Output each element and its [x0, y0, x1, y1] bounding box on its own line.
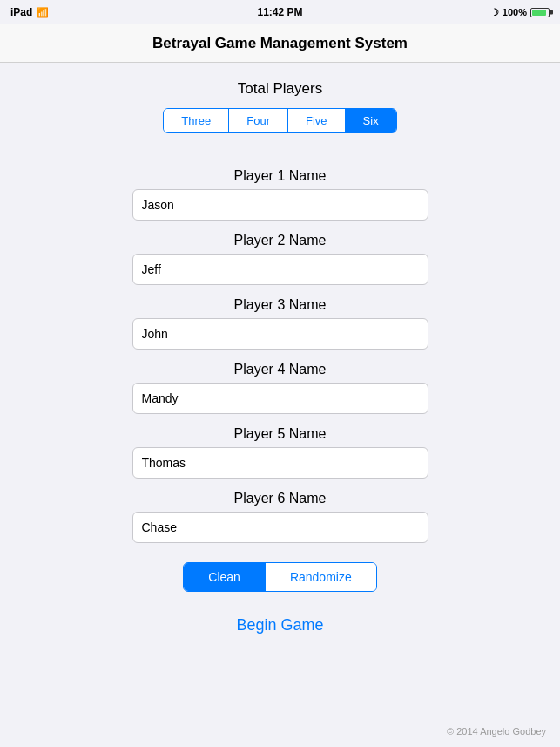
segmented-control[interactable]: Three Four Five Six: [163, 108, 396, 133]
status-right: ☽ 100%: [490, 7, 550, 18]
battery-icon: [530, 8, 550, 17]
status-time: 11:42 PM: [257, 6, 302, 18]
player-5-input[interactable]: [132, 447, 428, 479]
player-6-label: Player 6 Name: [234, 491, 327, 506]
clean-button[interactable]: Clean: [184, 563, 266, 591]
seg-option-six[interactable]: Six: [346, 109, 396, 132]
randomize-button[interactable]: Randomize: [266, 563, 376, 591]
player-5-label: Player 5 Name: [234, 426, 327, 442]
status-bar: iPad 📶 11:42 PM ☽ 100%: [0, 0, 560, 24]
player-2-label: Player 2 Name: [234, 233, 327, 248]
battery-percent: 100%: [503, 7, 527, 17]
nav-bar: Betrayal Game Management System: [0, 24, 560, 63]
player-1-input[interactable]: [132, 189, 428, 221]
total-players-label: Total Players: [238, 80, 322, 98]
wifi-icon: 📶: [37, 7, 49, 18]
player-3-input[interactable]: [132, 318, 428, 350]
action-buttons: Clean Randomize: [183, 562, 376, 592]
battery-fill: [532, 10, 546, 16]
begin-game-button[interactable]: Begin Game: [236, 616, 323, 635]
player-6-input[interactable]: [132, 512, 428, 543]
players-container: Player 1 Name Player 2 Name Player 3 Nam…: [0, 160, 560, 547]
nav-title: Betrayal Game Management System: [152, 35, 408, 52]
player-2-input[interactable]: [132, 254, 428, 285]
player-3-label: Player 3 Name: [234, 297, 327, 313]
player-4-input[interactable]: [132, 383, 428, 414]
player-1-label: Player 1 Name: [234, 168, 327, 184]
status-left: iPad 📶: [10, 6, 49, 18]
seg-option-three[interactable]: Three: [164, 109, 229, 132]
seg-option-five[interactable]: Five: [288, 109, 346, 132]
moon-icon: ☽: [490, 7, 499, 18]
footer: © 2014 Angelo Godbey: [447, 726, 546, 737]
seg-option-four[interactable]: Four: [229, 109, 288, 132]
player-4-label: Player 4 Name: [234, 362, 327, 377]
carrier-label: iPad: [10, 6, 32, 18]
main-content: Total Players Three Four Five Six Player…: [0, 63, 560, 652]
